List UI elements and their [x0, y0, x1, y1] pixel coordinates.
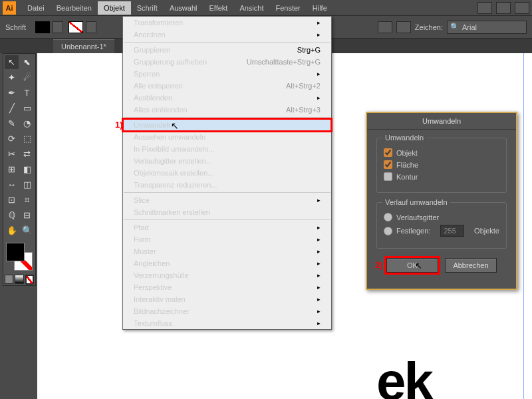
festlegen-radio: Festlegen: 255 Objekte [384, 225, 499, 237]
menu-auswahl[interactable]: Auswahl [164, 1, 203, 15]
ctrl-label: Schrift [5, 23, 26, 31]
verlauf-group: Verlauf umwandeln Verlaufsgitter Festleg… [376, 202, 507, 249]
festlegen-field: 255 [440, 225, 464, 237]
menu-item-muster[interactable]: Muster [123, 245, 331, 257]
group-label: Verlauf umwandeln [382, 198, 450, 206]
menubar: Ai DateiBearbeitenObjektSchriftAuswahlEf… [0, 0, 532, 16]
callout-2: 2) [375, 260, 383, 270]
font-dropdown[interactable]: 🔍Arial [447, 21, 527, 34]
toolbar-icon[interactable] [515, 2, 529, 14]
tool-13[interactable]: ⇄ [20, 147, 34, 161]
group-label: Umwandeln [382, 134, 426, 142]
zeichen-label: Zeichen: [415, 23, 443, 31]
menu-item-perspektive[interactable]: Perspektive [123, 281, 331, 293]
menu-item-schnittmarken-erstellen[interactable]: Schnittmarken erstellen [123, 206, 331, 218]
tool-4[interactable]: ✒ [5, 86, 19, 100]
callout-1: 1) [115, 120, 123, 130]
menu-item-slice[interactable]: Slice [123, 194, 331, 206]
menu-item-gruppieren[interactable]: GruppierenStrg+G [123, 44, 331, 56]
menu-item-objektmosaik-erstellen-: Objektmosaik erstellen... [123, 167, 331, 179]
menu-fenster[interactable]: Fenster [269, 1, 306, 15]
tool-2[interactable]: ✦ [5, 70, 19, 84]
toolbar-icon[interactable] [496, 2, 511, 14]
app-logo: Ai [3, 1, 16, 15]
verlaufsgitter-radio: Verlaufsgitter [384, 213, 499, 221]
menu-item-in-pixelbild-umwandeln-[interactable]: In Pixelbild umwandeln... [123, 143, 331, 155]
tool-22[interactable]: ✋ [5, 223, 19, 237]
menu-item-sperren[interactable]: Sperren [123, 68, 331, 80]
dropdown-icon[interactable] [53, 21, 63, 33]
fill-stroke-swap[interactable] [5, 241, 34, 272]
cursor-icon: ↖ [415, 261, 422, 271]
tool-5[interactable]: T [20, 86, 34, 100]
kontur-checkbox: Kontur [384, 172, 499, 181]
stroke-swatch[interactable] [68, 21, 83, 33]
document-tab[interactable]: Unbenannt-1* [53, 39, 114, 53]
tool-21[interactable]: ⊟ [20, 208, 34, 222]
menu-schrift[interactable]: Schrift [131, 1, 164, 15]
fill-swatch[interactable] [35, 21, 50, 33]
tool-20[interactable]: ℚ [5, 208, 19, 222]
objekt-checkbox[interactable]: Objekt [384, 148, 499, 157]
canvas-text: ek [376, 351, 432, 399]
menu-item-alle-entsperren: Alle entsperrenAlt+Strg+2 [123, 80, 331, 92]
tool-15[interactable]: ◧ [20, 162, 34, 176]
cancel-button[interactable]: Abbrechen [445, 258, 497, 273]
menu-item-interaktiv-malen[interactable]: Interaktiv malen [123, 293, 331, 305]
tool-0[interactable]: ↖ [5, 55, 19, 69]
tool-23[interactable]: 🔍 [20, 223, 34, 237]
tool-19[interactable]: ⌗ [20, 193, 34, 207]
menu-item-alles-einblenden: Alles einblendenAlt+Strg+3 [123, 104, 331, 116]
tool-1[interactable]: ⬉ [20, 55, 34, 69]
tool-14[interactable]: ⊞ [5, 162, 19, 176]
tool-9[interactable]: ◔ [20, 116, 34, 130]
menu-item-gruppierung-aufheben: Gruppierung aufhebenUmschalttaste+Strg+G [123, 56, 331, 68]
menu-item-pfad[interactable]: Pfad [123, 221, 331, 233]
tool-16[interactable]: ↔ [5, 178, 19, 192]
menu-item-aussehen-umwandeln: Aussehen umwandeln [123, 131, 331, 143]
menu-effekt[interactable]: Effekt [203, 1, 233, 15]
cursor-icon: ↖ [171, 120, 179, 131]
tool-6[interactable]: ╱ [5, 101, 19, 115]
umwandeln-group: Umwandeln Objekt Fläche Kontur [376, 138, 507, 193]
menu-item-umwandeln[interactable]: Umwandeln1)↖ [123, 119, 331, 131]
align-icon[interactable] [396, 21, 411, 33]
objekt-menu-dropdown: TransformierenAnordnenGruppierenStrg+GGr… [122, 16, 332, 330]
menu-item-bildnachzeichner[interactable]: Bildnachzeichner [123, 305, 331, 317]
umwandeln-dialog: Umwandeln Umwandeln Objekt Fläche Kontur… [366, 112, 517, 290]
tool-17[interactable]: ◫ [20, 178, 34, 192]
tool-10[interactable]: ⟳ [5, 132, 19, 146]
menu-item-anordnen[interactable]: Anordnen [123, 29, 331, 41]
menu-item-ausblenden[interactable]: Ausblenden [123, 92, 331, 104]
flaeche-checkbox[interactable]: Fläche [384, 160, 499, 169]
toolbox: ↖⬉✦☄✒T╱▭✎◔⟳⬚✂⇄⊞◧↔◫⊡⌗ℚ⊟✋🔍 [3, 53, 36, 286]
dialog-title: Umwandeln [367, 113, 516, 130]
menu-datei[interactable]: Datei [21, 1, 51, 15]
toolbar-icon[interactable] [477, 2, 492, 14]
tool-11[interactable]: ⬚ [20, 132, 34, 146]
menu-ansicht[interactable]: Ansicht [233, 1, 269, 15]
menu-item-verlaufsgitter-erstellen-[interactable]: Verlaufsgitter erstellen... [123, 155, 331, 167]
dropdown-icon[interactable] [86, 21, 96, 33]
align-icon[interactable] [378, 21, 392, 33]
ok-button[interactable]: 2) OK ↖ [386, 258, 438, 273]
menu-item-transparenz-reduzieren-[interactable]: Transparenz reduzieren... [123, 179, 331, 191]
menu-item-form[interactable]: Form [123, 233, 331, 245]
menu-item-verzerrungsh-lle[interactable]: Verzerrungshülle [123, 269, 331, 281]
color-mode-switches[interactable] [5, 275, 34, 284]
menu-hilfe[interactable]: Hilfe [307, 1, 333, 15]
tool-7[interactable]: ▭ [20, 101, 34, 115]
menu-objekt[interactable]: Objekt [98, 1, 131, 15]
tool-18[interactable]: ⊡ [5, 193, 19, 207]
menu-item-angleichen[interactable]: Angleichen [123, 257, 331, 269]
tool-8[interactable]: ✎ [5, 116, 19, 130]
menu-bearbeiten[interactable]: Bearbeiten [51, 1, 98, 15]
guide-line [523, 53, 524, 399]
menu-item-textumfluss[interactable]: Textumfluss [123, 317, 331, 329]
tool-3[interactable]: ☄ [20, 70, 34, 84]
menu-item-transformieren[interactable]: Transformieren [123, 17, 331, 29]
tool-12[interactable]: ✂ [5, 147, 19, 161]
